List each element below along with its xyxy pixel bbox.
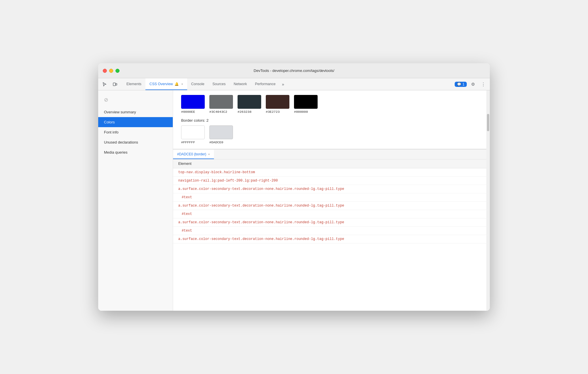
main-content: ⊘ Overview summary Colors Font info Unus… — [98, 90, 490, 311]
swatch-0000EE[interactable]: #0000EE — [181, 95, 205, 114]
minimize-button[interactable] — [109, 69, 113, 73]
element-table: Element top-nav.display-block.hairline-b… — [173, 159, 490, 311]
element-column-header: Element — [173, 159, 490, 168]
maximize-button[interactable] — [115, 69, 120, 73]
text-color-swatches: #0000EE #3C4043C2 #263238 — [181, 95, 482, 114]
scrollbar[interactable] — [486, 90, 490, 311]
tab-network[interactable]: Network — [230, 78, 251, 90]
element-row-1[interactable]: navigation-rail.lg:pad-left-200.lg:pad-r… — [173, 177, 490, 185]
bottom-tab-label: #DADCE0 (border) — [177, 152, 206, 156]
swatch-3C4043[interactable]: #3C4043C2 — [209, 95, 233, 114]
sidebar-item-colors[interactable]: Colors — [98, 117, 173, 127]
element-row-6[interactable]: a.surface.color-secondary-text.decoratio… — [173, 218, 490, 227]
content-wrapper: #0000EE #3C4043C2 #263238 — [173, 90, 490, 311]
element-row-4[interactable]: a.surface.color-secondary-text.decoratio… — [173, 202, 490, 210]
sidebar-item-unused-declarations-label: Unused declarations — [104, 140, 138, 144]
traffic-lights — [103, 69, 120, 73]
color-box-DADCE0 — [209, 125, 233, 139]
tab-performance-label: Performance — [255, 82, 276, 86]
tab-css-overview[interactable]: CSS Overview 🔔 × — [145, 78, 187, 90]
svg-rect-1 — [116, 83, 117, 85]
scroll-thumb[interactable] — [487, 114, 489, 131]
swatch-DADCE0[interactable]: #DADCE0 — [209, 125, 233, 144]
window-title: DevTools - developer.chrome.com/tags/dev… — [254, 68, 334, 73]
swatch-FFFFFF[interactable]: #FFFFFF — [181, 125, 205, 144]
element-row-6-text: a.surface.color-secondary-text.decoratio… — [178, 220, 344, 224]
tab-sources[interactable]: Sources — [208, 78, 230, 90]
color-label-263238: #263238 — [238, 110, 251, 114]
element-row-1-text: navigation-rail.lg:pad-left-200.lg:pad-r… — [178, 179, 278, 183]
chat-count: 1 — [462, 82, 464, 86]
element-row-5[interactable]: #text — [173, 210, 490, 218]
chat-icon: 💬 — [457, 82, 461, 86]
title-bar: DevTools - developer.chrome.com/tags/dev… — [98, 63, 490, 78]
tab-list: Elements CSS Overview 🔔 × Console Source… — [122, 78, 455, 90]
colors-section: #0000EE #3C4043C2 #263238 — [173, 90, 490, 149]
sidebar-item-media-queries[interactable]: Media queries — [98, 147, 173, 157]
element-row-0-text: top-nav.display-block.hairline-bottom — [178, 170, 255, 174]
color-box-000000 — [294, 95, 318, 109]
color-label-3E2723: #3E2723 — [266, 110, 280, 114]
sidebar-item-overview-summary-label: Overview summary — [104, 110, 136, 114]
element-row-8[interactable]: a.surface.color-secondary-text.decoratio… — [173, 235, 490, 243]
color-label-3C4043: #3C4043C2 — [209, 110, 227, 114]
tab-performance[interactable]: Performance — [251, 78, 280, 90]
tab-sources-label: Sources — [213, 82, 226, 86]
bottom-panel: #DADCE0 (border) × Element top-nav.displ… — [173, 149, 490, 311]
color-label-0000EE: #0000EE — [181, 110, 195, 114]
element-row-4-text: a.surface.color-secondary-text.decoratio… — [178, 204, 344, 208]
element-row-0[interactable]: top-nav.display-block.hairline-bottom — [173, 168, 490, 177]
more-options-button[interactable]: ⋮ — [479, 80, 488, 89]
tab-bar-right: 💬 1 ⚙ ⋮ — [455, 78, 488, 90]
sidebar-item-unused-declarations[interactable]: Unused declarations — [98, 137, 173, 147]
sidebar-item-font-info[interactable]: Font info — [98, 127, 173, 137]
swatch-263238[interactable]: #263238 — [238, 95, 261, 114]
tab-console[interactable]: Console — [187, 78, 208, 90]
tab-css-overview-close[interactable]: × — [181, 82, 183, 86]
tab-console-label: Console — [191, 82, 204, 86]
color-box-0000EE — [181, 95, 205, 109]
sidebar-item-colors-label: Colors — [104, 120, 115, 124]
tab-elements-label: Elements — [126, 82, 141, 86]
chat-button[interactable]: 💬 1 — [455, 82, 467, 87]
sidebar-item-overview-summary[interactable]: Overview summary — [98, 107, 173, 117]
bottom-tab-bar: #DADCE0 (border) × — [173, 150, 490, 159]
tab-network-label: Network — [234, 82, 247, 86]
device-tool[interactable] — [111, 80, 119, 88]
element-row-2[interactable]: a.surface.color-secondary-text.decoratio… — [173, 185, 490, 193]
swatch-000000[interactable]: #000000 — [294, 95, 318, 114]
border-color-swatches: #FFFFFF #DADCE0 — [181, 125, 482, 144]
sidebar-item-media-queries-label: Media queries — [104, 150, 128, 154]
element-row-8-text: a.surface.color-secondary-text.decoratio… — [178, 237, 344, 241]
element-row-3[interactable]: #text — [173, 193, 490, 202]
tab-css-overview-label: CSS Overview — [149, 82, 173, 86]
element-row-3-text: #text — [182, 195, 192, 199]
bottom-tab-dadce0[interactable]: #DADCE0 (border) × — [173, 150, 214, 159]
color-label-FFFFFF: #FFFFFF — [181, 140, 195, 144]
color-label-000000: #000000 — [294, 110, 308, 114]
toolbar-tools — [100, 78, 119, 90]
settings-button[interactable]: ⚙ — [468, 80, 477, 89]
tab-elements[interactable]: Elements — [122, 78, 145, 90]
element-row-5-text: #text — [182, 212, 192, 216]
sidebar: ⊘ Overview summary Colors Font info Unus… — [98, 90, 173, 311]
top-colors-area: #0000EE #3C4043C2 #263238 — [173, 90, 490, 149]
color-box-3C4043 — [209, 95, 233, 109]
close-button[interactable] — [103, 69, 107, 73]
border-colors-header: Border colors: 2 — [181, 118, 482, 123]
sidebar-blocked-icon: ⊘ — [98, 93, 173, 107]
tab-bar: Elements CSS Overview 🔔 × Console Source… — [98, 78, 490, 90]
swatch-3E2723[interactable]: #3E2723 — [266, 95, 289, 114]
more-tabs-button[interactable]: » — [280, 78, 287, 90]
devtools-window: DevTools - developer.chrome.com/tags/dev… — [98, 63, 490, 311]
color-box-263238 — [238, 95, 261, 109]
color-box-FFFFFF — [181, 125, 205, 139]
element-row-7-text: #text — [182, 229, 192, 233]
cursor-tool[interactable] — [100, 80, 109, 88]
svg-rect-0 — [113, 83, 115, 86]
bottom-tab-close-icon[interactable]: × — [208, 152, 210, 156]
element-row-2-text: a.surface.color-secondary-text.decoratio… — [178, 187, 344, 191]
content-area: #0000EE #3C4043C2 #263238 — [173, 90, 490, 311]
color-label-DADCE0: #DADCE0 — [209, 140, 223, 144]
element-row-7[interactable]: #text — [173, 227, 490, 235]
